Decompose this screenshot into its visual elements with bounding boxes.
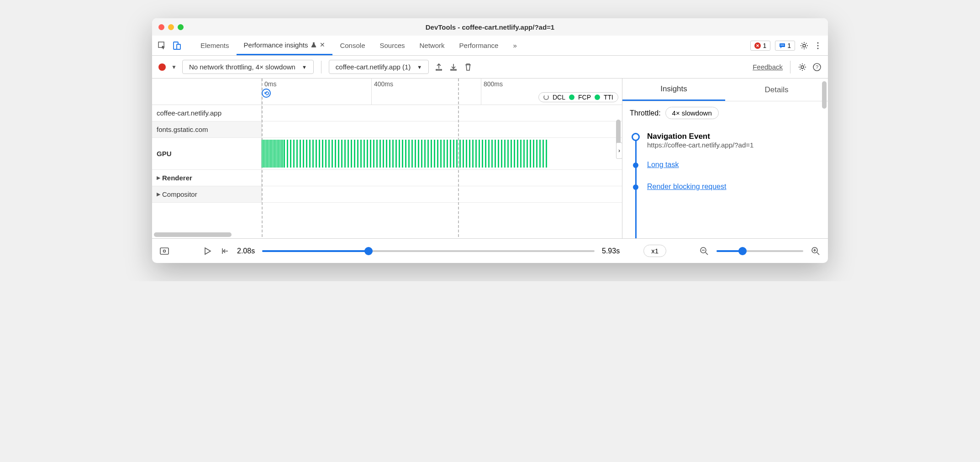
svg-point-6 <box>803 44 806 47</box>
render-blocking-link[interactable]: Render blocking request <box>647 183 726 190</box>
flask-icon <box>311 42 317 48</box>
navigation-event-url: https://coffee-cart.netlify.app/?ad=1 <box>647 141 828 149</box>
expand-panel-button[interactable]: › <box>616 142 622 159</box>
record-menu-caret[interactable]: ▼ <box>171 64 177 70</box>
error-badge[interactable]: 1 <box>750 41 770 51</box>
zoom-out-button[interactable] <box>699 246 709 256</box>
insights-sidebar: Insights Details Throttled: 4× slowdown … <box>622 79 828 238</box>
timeline-panel: 0ms 400ms 800ms ⟲ DCL FCP TTI coffee-car… <box>152 79 622 238</box>
insights-toolbar: ▼ No network throttling, 4× slowdown ▼ c… <box>152 56 828 79</box>
playback-slider[interactable] <box>262 250 595 252</box>
render-blocking-marker <box>633 184 638 190</box>
svg-rect-13 <box>160 248 169 254</box>
tab-sources[interactable]: Sources <box>372 36 412 55</box>
tti-icon <box>595 94 600 100</box>
track-renderer[interactable]: ▶Renderer <box>152 170 262 186</box>
tab-elements[interactable]: Elements <box>193 36 237 55</box>
close-tab-button[interactable]: ✕ <box>320 41 325 48</box>
window-maximize-button[interactable] <box>178 24 184 30</box>
tab-performance[interactable]: Performance <box>452 36 506 55</box>
tab-details[interactable]: Details <box>725 79 828 101</box>
device-toolbar-icon[interactable] <box>172 41 181 50</box>
import-icon[interactable] <box>449 63 458 72</box>
zoom-slider[interactable] <box>717 250 803 252</box>
window-title: DevTools - coffee-cart.netlify.app/?ad=1 <box>426 23 554 31</box>
window-close-button[interactable] <box>158 24 164 30</box>
playback-start-time: 2.08s <box>237 247 255 255</box>
window-minimize-button[interactable] <box>168 24 174 30</box>
throttled-value-pill[interactable]: 4× slowdown <box>665 107 719 119</box>
svg-rect-2 <box>177 44 180 49</box>
inspect-element-icon[interactable] <box>158 41 167 50</box>
long-task-marker <box>633 163 638 168</box>
kebab-menu-icon[interactable] <box>813 41 822 50</box>
gpu-activity <box>262 140 617 168</box>
settings-icon[interactable] <box>800 41 809 50</box>
throttled-label: Throttled: <box>630 109 661 117</box>
rewind-button[interactable] <box>220 246 230 256</box>
svg-point-7 <box>817 42 818 43</box>
tab-insights[interactable]: Insights <box>622 79 725 101</box>
recording-dropdown[interactable]: coffee-cart.netlify.app (1) ▼ <box>329 60 429 74</box>
horizontal-scrollbar[interactable] <box>154 232 232 237</box>
panel-tabbar: Elements Performance insights ✕ Console … <box>152 36 828 56</box>
navigation-event-marker <box>632 133 640 141</box>
svg-text:?: ? <box>816 64 818 70</box>
track-network-origin1[interactable]: coffee-cart.netlify.app <box>152 105 262 121</box>
svg-point-9 <box>817 47 818 49</box>
titlebar: DevTools - coffee-cart.netlify.app/?ad=1 <box>152 18 828 36</box>
playback-speed-button[interactable]: x1 <box>643 245 666 257</box>
message-badge[interactable]: 1 <box>775 41 795 51</box>
track-gpu[interactable]: GPU <box>152 138 262 169</box>
playback-footer: 2.08s 5.93s x1 <box>152 238 828 263</box>
throttling-dropdown[interactable]: No network throttling, 4× slowdown ▼ <box>182 60 314 74</box>
long-task-link[interactable]: Long task <box>647 161 679 168</box>
dcl-icon <box>543 94 549 100</box>
record-button[interactable] <box>158 63 166 71</box>
more-tabs-button[interactable]: » <box>506 36 524 55</box>
svg-point-14 <box>163 250 166 252</box>
track-network-origin2[interactable]: fonts.gstatic.com <box>152 121 262 137</box>
screenshot-preview-button[interactable] <box>159 246 169 256</box>
help-icon[interactable]: ? <box>812 63 822 72</box>
playback-end-time: 5.93s <box>602 247 620 255</box>
navigation-start-marker[interactable]: ⟲ <box>262 89 271 98</box>
metrics-legend[interactable]: DCL FCP TTI <box>538 92 618 102</box>
track-compositor[interactable]: ▶Compositor <box>152 186 262 202</box>
tab-performance-insights[interactable]: Performance insights ✕ <box>237 36 333 55</box>
fcp-icon <box>569 94 574 100</box>
delete-icon[interactable] <box>464 63 473 72</box>
svg-point-10 <box>801 66 804 68</box>
play-button[interactable] <box>202 246 212 256</box>
panel-settings-icon[interactable] <box>798 63 807 72</box>
timeline-ruler[interactable]: 0ms 400ms 800ms ⟲ DCL FCP TTI <box>262 79 622 105</box>
feedback-link[interactable]: Feedback <box>753 63 783 71</box>
export-icon[interactable] <box>434 63 443 72</box>
tab-network[interactable]: Network <box>412 36 452 55</box>
svg-rect-5 <box>780 45 784 45</box>
zoom-in-button[interactable] <box>811 246 821 256</box>
svg-point-8 <box>817 45 818 46</box>
navigation-event-title: Navigation Event <box>647 132 828 141</box>
sidebar-scrollbar[interactable] <box>822 81 827 109</box>
tab-console[interactable]: Console <box>332 36 372 55</box>
